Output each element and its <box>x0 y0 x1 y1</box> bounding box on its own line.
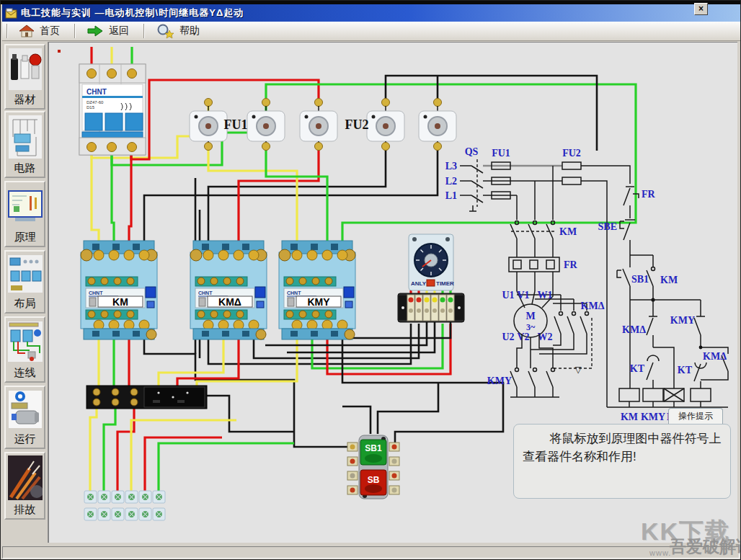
schematic-kt-nc-label[interactable]: KT <box>630 363 645 374</box>
sidebar-item-wiring[interactable]: 连线 <box>4 316 45 383</box>
schematic-diagram: L3 L2 L1 QS FU1 FU2 <box>445 146 728 422</box>
sidebar-item-circuit[interactable]: 电路 <box>4 111 45 178</box>
sidebar-item-principle[interactable]: 原理 <box>4 181 45 247</box>
run-motor-icon <box>9 391 42 428</box>
circuit-breaker[interactable]: CHNT DZ47-60 D15 <box>79 64 146 155</box>
schematic-kmd-nc-label[interactable]: KMΔ <box>622 324 646 335</box>
schematic-qs-label[interactable]: QS <box>465 146 479 157</box>
sidebar-item-label: 连线 <box>14 365 36 380</box>
start-button-label: SB1 <box>365 443 382 453</box>
close-button[interactable]: × <box>694 3 708 15</box>
stop-button-label: SB <box>368 475 380 485</box>
fu2-physical-label: FU2 <box>345 117 369 132</box>
sidebar-item-layout[interactable]: 布局 <box>4 250 45 314</box>
stop-button[interactable]: SB <box>360 470 386 495</box>
marker-dot <box>58 50 61 53</box>
contactor-kmd[interactable]: CHNT KMΔ <box>190 241 267 339</box>
fu1-physical-label: FU1 <box>224 117 248 132</box>
back-button[interactable]: 返回 <box>80 23 139 39</box>
schematic-l3-label[interactable]: L3 <box>445 161 457 172</box>
title-bar[interactable]: 电工技能与实训 —电动机控制\时间继电器YΔ起动 <box>2 4 740 22</box>
schematic-kt-no-label[interactable]: KT <box>678 365 693 375</box>
schematic-kmd-main-label[interactable]: KMΔ <box>581 301 605 311</box>
window-title: 电工技能与实训 —电动机控制\时间继电器YΔ起动 <box>21 6 244 19</box>
schematic-l1-label[interactable]: L1 <box>445 190 457 201</box>
contactor-brand: CHNT <box>198 290 213 295</box>
schematic-v2-label[interactable]: V2 <box>517 332 529 342</box>
timer-brand: ANLY <box>411 280 427 287</box>
sidebar-item-equipment[interactable]: 器材 <box>4 44 45 110</box>
schematic-u2-label[interactable]: U2 <box>502 332 514 342</box>
home-label: 首页 <box>40 25 60 37</box>
help-label: 帮助 <box>179 25 200 37</box>
schematic-km-aux-label[interactable]: KM <box>660 275 678 285</box>
schematic-kmy-nc-label[interactable]: KMY <box>670 315 695 326</box>
fuse-group: FU1 FU2 <box>190 99 456 151</box>
fuse[interactable] <box>419 99 456 151</box>
schematic-fr-heater-label[interactable]: FR <box>564 259 578 270</box>
contactor-brand: CHNT <box>287 290 301 295</box>
fuse[interactable] <box>300 99 337 151</box>
schematic-w1-label[interactable]: W1 <box>538 290 553 301</box>
home-button[interactable]: 首页 <box>12 22 70 40</box>
circuit-icon <box>9 115 42 159</box>
contactor-label: KM <box>112 296 128 308</box>
watermark-forum: 吾爱破解论坛 <box>670 535 741 558</box>
fuse[interactable] <box>367 99 404 151</box>
schematic-sb1-label[interactable]: SB1 <box>631 274 649 285</box>
schematic-coil-kmy-label[interactable]: KMY <box>641 412 665 422</box>
sidebar-item-label: 电路 <box>14 161 36 175</box>
sidebar-item-label: 运行 <box>14 432 36 446</box>
schematic-kmy-main-label[interactable]: KMY <box>487 375 512 386</box>
schematic-fr-contact-label[interactable]: FR <box>642 189 656 200</box>
sidebar-item-troubleshoot[interactable]: 排故 <box>4 452 45 520</box>
status-bar <box>1 543 741 560</box>
breaker-rating: D15 <box>86 105 95 110</box>
back-arrow-icon <box>86 25 105 37</box>
app-window: 电工技能与实训 —电动机控制\时间继电器YΔ起动 × 首页 返回 <box>0 0 741 560</box>
help-button[interactable]: 帮助 <box>149 22 210 40</box>
sidebar-item-label: 排故 <box>14 502 36 517</box>
schematic-coil-km-label[interactable]: KM <box>621 412 638 422</box>
terminal-block[interactable] <box>398 293 464 322</box>
schematic-v1-label[interactable]: V1 <box>517 290 529 301</box>
toolbar-separator <box>6 24 8 38</box>
schematic-fu2-label[interactable]: FU2 <box>562 148 581 159</box>
breaker-brand: CHNT <box>86 88 107 96</box>
fuse[interactable] <box>247 99 285 151</box>
sidebar-item-label: 原理 <box>14 230 36 244</box>
schematic-kmd-latch-label[interactable]: KMΔ <box>703 351 727 362</box>
sidebar-item-label: 布局 <box>14 296 36 311</box>
watermark-www: www. <box>649 548 671 557</box>
contactor-kmy[interactable]: CHNT KMY <box>279 241 355 339</box>
tip-panel: 将鼠标放到原理图中器件符号上查看器件名称和作用! <box>513 424 731 499</box>
time-relay[interactable]: ANLY TIMER <box>409 234 454 290</box>
schematic-l2-label[interactable]: L2 <box>445 176 457 187</box>
schematic-km-main-label[interactable]: KM <box>559 226 577 237</box>
motor-terminal-block[interactable] <box>86 386 207 409</box>
tip-tab[interactable]: 操作提示 <box>668 408 723 424</box>
schematic-motor-label[interactable]: M <box>525 311 535 321</box>
schematic-sbe-label[interactable]: SBE <box>598 221 617 232</box>
schematic-fu1-label[interactable]: FU1 <box>492 148 510 159</box>
tip-text: 将鼠标放到原理图中器件符号上查看器件名称和作用! <box>523 430 722 466</box>
schematic-u1-label[interactable]: U1 <box>502 290 514 301</box>
workspace-canvas: CHNT DZ47-60 D15 <box>48 42 737 543</box>
toolbar-separator <box>74 24 76 38</box>
help-magnifier-icon <box>155 23 175 39</box>
toolbar: 首页 返回 帮助 <box>2 22 740 41</box>
contactor-label: KMΔ <box>218 296 241 308</box>
sidebar-item-run[interactable]: 运行 <box>4 386 45 449</box>
contactor-label: KMY <box>307 296 330 308</box>
start-button[interactable]: SB1 <box>360 440 386 465</box>
toolbar-separator <box>143 24 145 38</box>
principle-icon <box>8 190 43 222</box>
motor-lead-terminals[interactable] <box>84 491 165 520</box>
schematic-motor-phase[interactable]: 3~ <box>526 322 536 332</box>
equipment-icon <box>9 48 42 90</box>
sidebar: 器材 电路 原理 <box>2 42 48 543</box>
layout-icon <box>8 255 43 293</box>
status-bar-inner <box>2 546 740 559</box>
contactor-km[interactable]: CHNT KM <box>81 241 157 339</box>
breaker-model: DZ47-60 <box>86 100 104 105</box>
